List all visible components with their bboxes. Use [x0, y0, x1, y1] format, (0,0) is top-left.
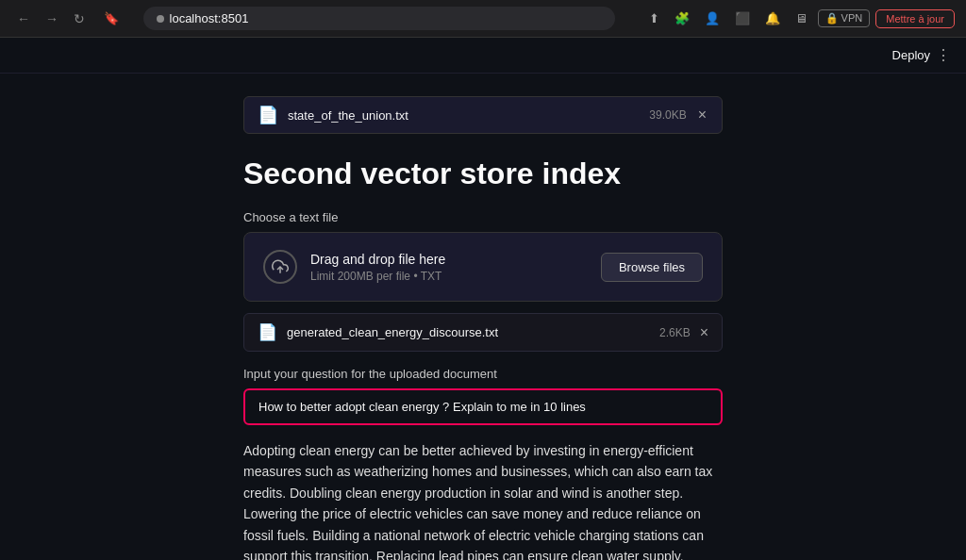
browser-icon-btn-3[interactable]: 🖥	[791, 8, 812, 28]
upload-icon	[263, 250, 297, 284]
choose-file-label: Choose a text file	[243, 210, 723, 224]
file-tag-size: 39.0KB	[649, 108, 686, 122]
app-header: Deploy ⋮	[0, 38, 966, 74]
browser-right-controls: ⬆ 🧩 👤 ⬛ 🔔 🖥 🔒 VPN Mettre à jour	[644, 8, 955, 28]
uploaded-file-icon: 📄	[258, 322, 277, 342]
main-content: 📄 state_of_the_union.txt 39.0KB × Second…	[0, 74, 966, 560]
share-button[interactable]: ⬆	[644, 8, 664, 28]
question-label: Input your question for the uploaded doc…	[243, 367, 723, 381]
browse-files-button[interactable]: Browse files	[601, 253, 703, 282]
profile-button[interactable]: 👤	[700, 8, 724, 28]
upload-left: Drag and drop file here Limit 200MB per …	[263, 250, 445, 284]
extensions-button[interactable]: 🧩	[670, 8, 694, 28]
upload-area[interactable]: Drag and drop file here Limit 200MB per …	[243, 232, 723, 302]
browser-icon-btn-2[interactable]: 🔔	[760, 8, 785, 28]
refresh-button[interactable]: ↻	[68, 8, 91, 30]
browser-icon-btn-1[interactable]: ⬛	[730, 8, 755, 28]
nav-buttons: ← → ↻	[11, 8, 91, 30]
uploaded-file-size: 2.6KB	[659, 326, 691, 339]
vpn-button[interactable]: 🔒 VPN	[818, 9, 871, 27]
file-tag-close-button[interactable]: ×	[696, 107, 708, 124]
security-dot	[157, 15, 164, 23]
content-wrapper: 📄 state_of_the_union.txt 39.0KB × Second…	[228, 96, 738, 560]
app-menu-button[interactable]: ⋮	[936, 46, 951, 64]
upload-text-block: Drag and drop file here Limit 200MB per …	[310, 252, 445, 283]
browser-chrome: ← → ↻ 🔖 localhost:8501 ⬆ 🧩 👤 ⬛ 🔔 🖥 🔒 VPN…	[0, 0, 966, 38]
bookmark-button[interactable]: 🔖	[98, 8, 125, 29]
uploaded-file-close-button[interactable]: ×	[700, 324, 708, 341]
uploaded-file-row: 📄 generated_clean_energy_discourse.txt 2…	[243, 313, 723, 352]
address-bar[interactable]: localhost:8501	[143, 7, 615, 30]
upload-drag-drop-text: Drag and drop file here	[310, 252, 445, 267]
address-text: localhost:8501	[170, 11, 249, 25]
file-tag-name: state_of_the_union.txt	[288, 108, 634, 123]
file-tag: 📄 state_of_the_union.txt 39.0KB ×	[243, 96, 723, 134]
deploy-button[interactable]: Deploy	[892, 48, 930, 62]
question-input[interactable]	[243, 388, 723, 425]
back-button[interactable]: ←	[11, 8, 36, 30]
forward-button[interactable]: →	[40, 8, 64, 30]
update-button[interactable]: Mettre à jour	[875, 9, 955, 28]
page-title: Second vector store index	[243, 156, 723, 191]
uploaded-file-name: generated_clean_energy_discourse.txt	[287, 325, 646, 339]
file-tag-icon: 📄	[258, 105, 278, 125]
upload-limit-text: Limit 200MB per file • TXT	[310, 270, 445, 283]
answer-text: Adopting clean energy can be better achi…	[243, 440, 723, 560]
